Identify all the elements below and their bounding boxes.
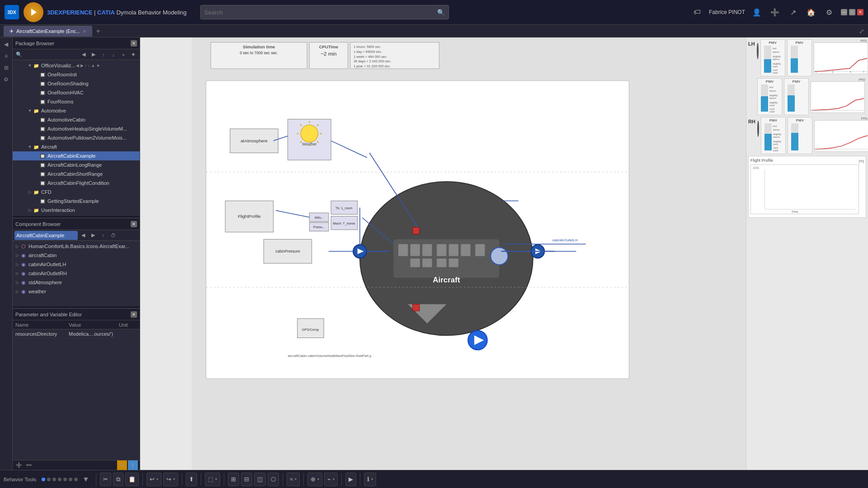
snap-button[interactable]: ⊕▾ (307, 473, 322, 486)
dot-1[interactable] (47, 478, 51, 481)
user-avatar-icon[interactable]: 👤 (750, 6, 763, 19)
share-icon[interactable]: ↗ (787, 6, 799, 19)
pkg-down[interactable]: ↓ (109, 50, 118, 59)
collapse-icon[interactable]: ◀ (1, 39, 11, 49)
comp-nav-up[interactable]: ↑ (99, 231, 108, 240)
dot-3[interactable] (58, 478, 61, 481)
tree-item-oneroomShading[interactable]: ▷ 🔲 OneRoomShading (13, 79, 140, 88)
comp-timer[interactable]: ⏱ (108, 231, 118, 240)
comp-item-humanComfort[interactable]: ▷ ⬡ HumanComfortLib.Basics.Icons.Aircraf… (13, 242, 140, 251)
tab-label: AircraftCabinExample (Enc... (16, 28, 80, 34)
tree-item-fourRooms[interactable]: ▷ 🔲 FourRooms (13, 97, 140, 106)
tree-item-aircraftShort[interactable]: ▷ 🔲 AircraftCabinShortRange (13, 169, 140, 178)
param-row-resources[interactable]: resourcesDirectory Modelica....ources/') (13, 329, 140, 338)
expand-icon[interactable]: ⤢ (855, 25, 868, 38)
comp-nav-left[interactable]: ◀ (79, 231, 88, 240)
tree-item-autoHeatup[interactable]: ▷ 🔲 AutomotiveHeatupSingleVolumeM... (13, 124, 140, 133)
view2-button[interactable]: ◫ (254, 473, 266, 486)
panel-icon-1[interactable]: ≡ (1, 51, 11, 61)
tab-close-button[interactable]: ✕ (83, 29, 86, 34)
tb-sep-6 (283, 473, 283, 486)
dot-0[interactable] (42, 478, 45, 481)
view3-button[interactable]: ⬡ (268, 473, 279, 486)
splitter-1[interactable] (13, 216, 140, 218)
redo-button[interactable]: ↪▾ (163, 473, 178, 486)
package-browser: Package Browser ✕ 🔍 ◀ ▶ ↑ ↓ + ★ (13, 38, 140, 218)
comp-item-aircraftCabin[interactable]: ▷ ◉ aircraftCabin (13, 251, 140, 260)
param-info-btn[interactable]: ℹ (128, 460, 138, 470)
comp-icon: ◉ (20, 261, 27, 268)
dot-2[interactable] (52, 478, 56, 481)
new-tab-button[interactable]: + (93, 26, 103, 36)
comp-selected-item[interactable]: AircraftCabinExample (14, 231, 78, 240)
undo-button[interactable]: ↩▾ (146, 473, 161, 486)
pkg-up[interactable]: ↑ (99, 50, 108, 59)
pkg-star[interactable]: ★ (129, 50, 138, 59)
paste-button[interactable]: 📋 (125, 473, 139, 486)
annotate-button[interactable]: ≈▾ (287, 473, 300, 486)
connect-button[interactable]: ▶ (345, 473, 356, 486)
settings-icon[interactable]: ⚙ (823, 6, 835, 19)
maximize-button[interactable]: □ (849, 9, 855, 15)
tree-item-userInteraction[interactable]: ▷ 📁 UserInteraction (13, 206, 140, 215)
cut-button[interactable]: ✂ (100, 473, 111, 486)
tree-item-aircraftCabinExample[interactable]: ▷ 🔲 AircraftCabinExample (13, 151, 140, 160)
tree-item-oneroomHVAC[interactable]: ▷ 🔲 OneRoomHVAC (13, 88, 140, 97)
info-button[interactable]: ℹ▾ (364, 473, 376, 486)
comp-item-cabinAirRH[interactable]: ▷ ◉ cabinAirOutletRH (13, 269, 140, 278)
wire-button[interactable]: ⌁▾ (324, 473, 338, 486)
package-browser-close[interactable]: ✕ (131, 40, 137, 47)
tree-item-cfd[interactable]: ▷ 📁 CFD (13, 188, 140, 197)
copy-button[interactable]: ⧉ (113, 473, 123, 486)
param-remove-btn[interactable]: ➖ (24, 461, 33, 470)
expand-toolbar-btn[interactable]: ▼ (80, 473, 92, 486)
param-footer: ➕ ➖ ⚙ ℹ (13, 460, 140, 470)
canvas-area[interactable]: Simulation time 0 sec to 7000 sec sec. C… (140, 38, 868, 470)
minimize-button[interactable]: — (841, 9, 847, 15)
tree-item-office[interactable]: ▼ 📁 OfficeVizualiz... ◀ ▶ ↑ ↓ ▲ ★ (13, 61, 140, 70)
select-button[interactable]: ⬚▾ (205, 473, 220, 486)
search-input[interactable] (204, 9, 437, 16)
comp-item-stdAtmosphere[interactable]: ▷ ◉ stdAtmosphere (13, 278, 140, 287)
view1-button[interactable]: ⊟ (241, 473, 252, 486)
splitter-2[interactable] (13, 306, 140, 308)
main-tab[interactable]: ✈ AircraftCabinExample (Enc... ✕ (4, 26, 92, 37)
dot-6[interactable] (74, 478, 78, 481)
tree-item-gettingStarted[interactable]: ▷ 🔲 GettingStartedExample (13, 197, 140, 206)
pkg-new[interactable]: + (119, 50, 128, 59)
close-button[interactable]: ✕ (857, 9, 863, 15)
tree-item-autoCabin[interactable]: ▷ 🔲 AutomotiveCabin (13, 115, 140, 124)
export-button[interactable]: ⬆ (186, 473, 197, 486)
param-add-btn[interactable]: ➕ (14, 461, 24, 470)
search-area[interactable]: 🔍 (200, 5, 449, 19)
dot-navigation (42, 478, 78, 481)
home-icon[interactable]: 🏠 (805, 6, 817, 19)
panel-icon-2[interactable]: ⊞ (1, 63, 11, 73)
tree-item-autoPulldown[interactable]: ▷ 🔲 AutomotivePulldown2VolumeMois... (13, 133, 140, 142)
param-config-btn[interactable]: ⚙ (117, 460, 127, 470)
svg-rect-42 (410, 244, 420, 256)
tree-item-aircraftLong[interactable]: ▷ 🔲 AircraftCabinLongRange (13, 160, 140, 169)
tree-item-oneroomInit[interactable]: ▷ 🔲 OneRoomInit (13, 70, 140, 79)
tree-item-automotive[interactable]: ▼ 📁 Automotive (13, 106, 140, 115)
comp-item-weather[interactable]: ▷ ◉ weather (13, 287, 140, 296)
tree-item-aircraft-folder[interactable]: ▼ 📁 Aircraft (13, 142, 140, 151)
param-editor-close[interactable]: ✕ (131, 311, 137, 318)
search-packages-btn[interactable]: 🔍 (14, 50, 24, 59)
comp-nav-right[interactable]: ▶ (89, 231, 98, 240)
pkg-nav-right[interactable]: ▶ (89, 50, 98, 59)
component-browser-close[interactable]: ✕ (131, 221, 137, 227)
bookmark-icon[interactable]: 🏷 (691, 6, 703, 19)
pkg-nav-left[interactable]: ◀ (79, 50, 88, 59)
svg-text:30 days = 2 042 000 sec.: 30 days = 2 042 000 sec. (354, 59, 391, 63)
pmv-block-lh2: PMV (787, 39, 812, 76)
pmv-block-2a: PMV hot warm slightly warm slightly cool… (757, 78, 782, 115)
grid-button[interactable]: ⊞ (228, 473, 239, 486)
add-icon[interactable]: ➕ (769, 6, 781, 19)
search-button[interactable]: 🔍 (437, 9, 445, 16)
tree-item-aircraftFlight[interactable]: ▷ 🔲 AircraftCabinFlightCondition (13, 178, 140, 188)
comp-item-cabinAirLH[interactable]: ▷ ◉ cabinAirOutletLH (13, 260, 140, 269)
panel-icon-3[interactable]: ⚙ (1, 75, 11, 84)
dot-5[interactable] (69, 478, 72, 481)
dot-4[interactable] (63, 478, 67, 481)
